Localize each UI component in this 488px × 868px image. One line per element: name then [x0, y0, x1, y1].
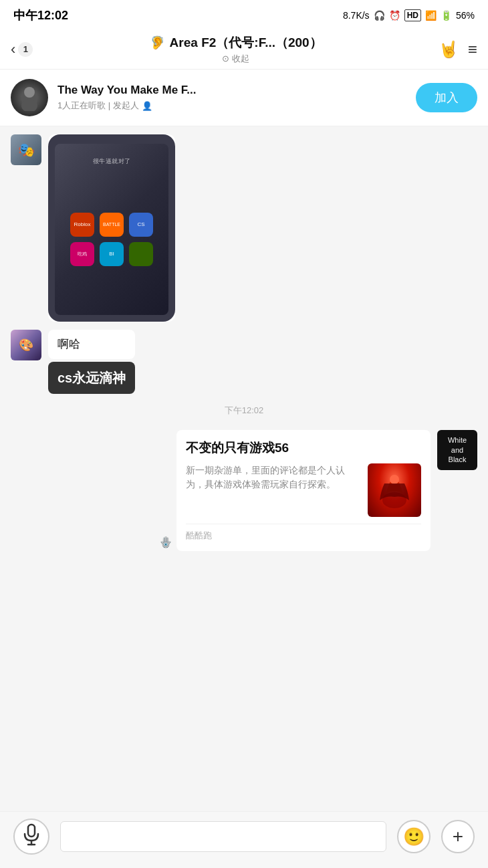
avatar-anime: 🎨 [11, 330, 41, 360]
mic-button[interactable] [13, 819, 49, 855]
collapse-label: 收起 [232, 53, 249, 65]
sender-icon: 🪬 [159, 536, 172, 548]
article-body: 新一期杂游单，里面的评论都是个人认为，具体游戏体验需玩家自行探索。 [186, 463, 421, 517]
app-icon-2: BATTLE [100, 213, 124, 237]
message-content-1: 很牛逼就对了 Roblox BATTLE CS 吃鸡 BI [48, 134, 175, 322]
music-meta: 1人正在听歌 | 发起人 👤 [57, 100, 406, 112]
image-message[interactable]: 很牛逼就对了 Roblox BATTLE CS 吃鸡 BI [48, 134, 175, 322]
phone-screen: 很牛逼就对了 Roblox BATTLE CS 吃鸡 BI [55, 144, 168, 315]
back-button[interactable]: ‹ 1 [11, 41, 33, 58]
timestamp-1: 下午12:02 [11, 402, 477, 422]
bubble-text-1[interactable]: 啊哈 [48, 330, 135, 359]
chat-area: 🎭 很牛逼就对了 Roblox BATTLE CS 吃鸡 BI [0, 126, 488, 811]
hd-icon: HD [404, 9, 421, 21]
music-card: The Way You Make Me F... 1人正在听歌 | 发起人 👤 … [0, 70, 488, 126]
header-title: 🦻 Area F2（代号:F...（200） [150, 34, 322, 51]
app-icon-4: 吃鸡 [70, 242, 94, 266]
message-row-3: WhiteandBlack 🪬 不变的只有游戏56 新一期杂游单，里面的评论都是… [11, 430, 477, 551]
signal-icon: 📶 [425, 10, 437, 21]
music-avatar [11, 79, 48, 116]
phone-screenshot: 很牛逼就对了 Roblox BATTLE CS 吃鸡 BI [48, 134, 175, 322]
article-source: 酷酷跑 [186, 524, 421, 542]
svg-rect-4 [28, 825, 35, 837]
menu-icon[interactable]: ≡ [468, 40, 477, 59]
collapse-icon: ⊙ [222, 53, 229, 64]
message-content-2: 啊哈 cs永远滴神 [48, 330, 135, 394]
alarm-icon: ⏰ [389, 10, 400, 21]
app-icons-grid: Roblox BATTLE CS 吃鸡 BI [70, 213, 153, 266]
mic-icon [22, 823, 41, 851]
app-icon-6 [129, 242, 153, 266]
music-meta-text: 1人正在听歌 | 发起人 [57, 100, 139, 112]
join-button[interactable]: 加入 [416, 83, 477, 112]
wb-badge: WhiteandBlack [437, 430, 477, 470]
header-icons: 🤘 ≡ [439, 40, 477, 59]
ear-icon: 🦻 [150, 35, 166, 50]
emoji-button[interactable]: 🙂 [397, 820, 431, 853]
gesture-icon[interactable]: 🤘 [439, 40, 459, 59]
article-thumbnail [368, 463, 421, 517]
header-subtitle[interactable]: ⊙ 收起 [222, 53, 249, 65]
back-badge: 1 [18, 42, 33, 57]
status-bar: 中午12:02 8.7K/s 🎧 ⏰ HD 📶 🔋 56% [0, 0, 488, 29]
chat-input[interactable] [60, 821, 386, 852]
bottom-bar: 🙂 + [0, 811, 488, 868]
article-thumb-inner [368, 463, 421, 517]
chat-header: ‹ 1 🦻 Area F2（代号:F...（200） ⊙ 收起 🤘 ≡ [0, 29, 488, 70]
app-icon-3: CS [129, 213, 153, 237]
emoji-icon: 🙂 [403, 827, 424, 847]
music-info: The Way You Make Me F... 1人正在听歌 | 发起人 👤 [57, 84, 406, 112]
article-card[interactable]: 不变的只有游戏56 新一期杂游单，里面的评论都是个人认为，具体游戏体验需玩家自行… [176, 430, 431, 551]
message-row-1: 🎭 很牛逼就对了 Roblox BATTLE CS 吃鸡 BI [11, 134, 477, 322]
app-icon-1: Roblox [70, 213, 94, 237]
plus-icon: + [453, 826, 463, 847]
article-title: 不变的只有游戏56 [186, 439, 421, 457]
phone-top-text: 很牛逼就对了 [93, 157, 131, 166]
bubble-text-2[interactable]: cs永远滴神 [48, 362, 135, 394]
back-arrow-icon: ‹ [11, 41, 15, 58]
svg-point-0 [24, 87, 35, 98]
network-speed: 8.7K/s [343, 10, 370, 21]
app-icon-5: BI [100, 242, 124, 266]
user-avatar-1: 🎭 [11, 134, 41, 165]
person-icon: 👤 [142, 101, 152, 111]
status-right: 8.7K/s 🎧 ⏰ HD 📶 🔋 56% [343, 9, 475, 21]
status-time: 中午12:02 [13, 7, 68, 23]
header-title-area: 🦻 Area F2（代号:F...（200） ⊙ 收起 [38, 34, 433, 65]
svg-point-1 [21, 99, 37, 111]
user-avatar-2: 🎨 [11, 330, 41, 360]
plus-button[interactable]: + [441, 820, 475, 853]
svg-point-3 [390, 475, 399, 484]
wb-text: WhiteandBlack [448, 435, 467, 464]
article-desc: 新一期杂游单，里面的评论都是个人认为，具体游戏体验需玩家自行探索。 [186, 463, 361, 492]
group-name: Area F2（代号:F...（200） [170, 34, 322, 51]
battery-percent: 56% [456, 10, 475, 21]
battery-icon: 🔋 [441, 10, 452, 21]
headphone-icon: 🎧 [374, 10, 385, 21]
message-row-2: 🎨 啊哈 cs永远滴神 [11, 330, 477, 394]
music-avatar-inner [11, 79, 48, 116]
music-title: The Way You Make Me F... [57, 84, 406, 97]
message-content-3: 🪬 不变的只有游戏56 新一期杂游单，里面的评论都是个人认为，具体游戏体验需玩家… [159, 430, 431, 551]
